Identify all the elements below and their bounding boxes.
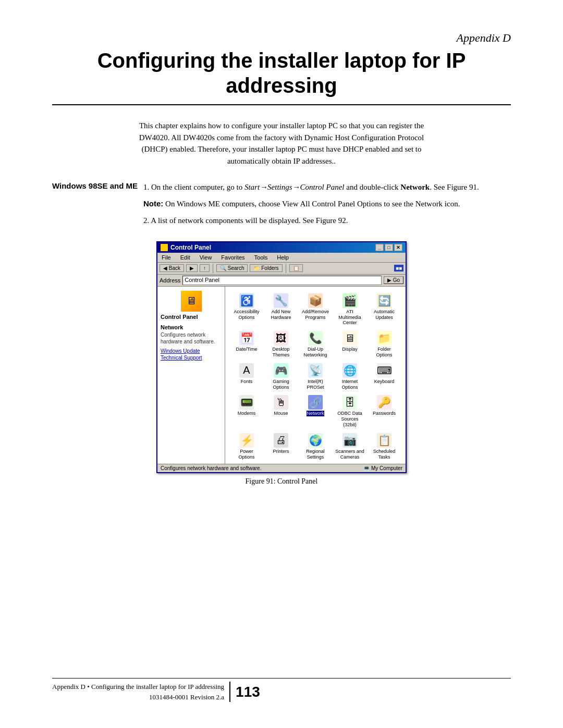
note-text: On Windows ME computers, choose View All… <box>163 200 460 208</box>
icon-item-1[interactable]: 🔧 Add NewHardware <box>265 292 297 327</box>
note-bold: Note: <box>143 199 163 208</box>
chapter-title: Configuring the installer laptop for IP … <box>52 48 511 98</box>
sidebar-link2[interactable]: Technical Support <box>161 355 222 361</box>
icon-item-18[interactable]: 🗄 ODBC DataSources (32bit) <box>334 393 366 429</box>
figure-container: Control Panel _ □ ✕ File Edit View Favor… <box>52 241 511 486</box>
up-button[interactable]: ↑ <box>200 264 210 272</box>
icon-item-3[interactable]: 🎬 ATI MultimediaCenter <box>334 292 366 327</box>
icon-item-0[interactable]: ♿ AccessibilityOptions <box>230 292 263 327</box>
icon-item-15[interactable]: 📟 Modems <box>230 393 263 429</box>
icon-label-7: Dial-UpNetworking <box>303 347 327 358</box>
icon-img-1: 🔧 <box>274 293 288 308</box>
menu-file[interactable]: File <box>160 254 173 261</box>
icon-item-24[interactable]: 📋 ScheduledTasks <box>368 431 400 462</box>
minimize-button[interactable]: _ <box>375 244 384 251</box>
page-container: Appendix D Configuring the installer lap… <box>0 0 563 728</box>
menu-favorites[interactable]: Favorites <box>219 254 247 261</box>
step1-end: . See Figure 91. <box>430 183 479 191</box>
icon-item-9[interactable]: 📁 Folder Options <box>368 329 400 360</box>
forward-button[interactable]: ▶ <box>186 264 198 272</box>
icon-item-4[interactable]: 🔄 AutomaticUpdates <box>368 292 400 327</box>
icon-label-6: DesktopThemes <box>272 347 289 358</box>
icon-item-5[interactable]: 📅 Date/Time <box>230 329 263 360</box>
win-sidebar: 🖥 Control Panel Network Configures netwo… <box>157 287 225 464</box>
icon-label-20: Power Options <box>232 449 261 460</box>
footer-right: Appendix D • Configuring the installer l… <box>52 682 260 702</box>
icon-img-17: 🔗 <box>308 395 323 410</box>
icon-img-9: 📁 <box>377 331 391 346</box>
icon-img-22: 🌍 <box>308 433 323 448</box>
go-button[interactable]: ▶ Go <box>384 276 403 284</box>
intro-text: This chapter explains how to configure y… <box>136 120 427 167</box>
icon-label-13: InternetOptions <box>341 379 358 390</box>
icon-item-23[interactable]: 📷 Scanners andCameras <box>334 431 366 462</box>
icon-item-16[interactable]: 🖱 Mouse <box>265 393 297 429</box>
address-value: Control Panel <box>185 277 219 283</box>
icon-item-19[interactable]: 🔑 Passwords <box>368 393 400 429</box>
icon-item-10[interactable]: A Fonts <box>230 362 263 392</box>
menu-edit[interactable]: Edit <box>178 254 192 261</box>
address-label: Address <box>160 277 180 283</box>
step1-bold: Network <box>400 183 430 191</box>
icon-img-16: 🖱 <box>274 395 288 410</box>
toolbar-separator2 <box>286 264 286 273</box>
icon-item-17[interactable]: 🔗 Network <box>299 393 332 429</box>
win-titlebar: Control Panel _ □ ✕ <box>157 242 406 253</box>
icon-label-24: ScheduledTasks <box>373 449 396 460</box>
maximize-button[interactable]: □ <box>385 244 393 251</box>
icon-img-8: 🖥 <box>342 331 357 346</box>
icon-item-2[interactable]: 📦 Add/RemovePrograms <box>299 292 332 327</box>
history-button[interactable]: 📋 <box>289 264 303 272</box>
back-button[interactable]: ◀ Back <box>160 264 184 272</box>
sidebar-icon: 🖥 <box>181 291 202 312</box>
icon-img-14: ⌨ <box>377 363 391 378</box>
menu-tools[interactable]: Tools <box>252 254 270 261</box>
icon-item-14[interactable]: ⌨ Keyboard <box>368 362 400 392</box>
icon-label-10: Fonts <box>241 379 253 385</box>
statusbar-right: 💻 My Computer <box>363 465 402 471</box>
sidebar-link1[interactable]: Windows Update <box>161 348 222 354</box>
footer-right-lines: Appendix D • Configuring the installer l… <box>52 682 230 702</box>
icon-item-8[interactable]: 🖥 Display <box>334 329 366 360</box>
icon-item-6[interactable]: 🖼 DesktopThemes <box>265 329 297 360</box>
footer-right-line2: 1031484-0001 Revision 2.a <box>52 692 224 702</box>
search-button[interactable]: 🔍 Search <box>216 264 248 272</box>
title-line2: addressing <box>226 74 337 97</box>
icon-label-22: RegionalSettings <box>306 449 325 460</box>
win-content: 🖥 Control Panel Network Configures netwo… <box>157 287 406 464</box>
icon-img-5: 📅 <box>239 331 254 346</box>
icon-item-12[interactable]: 📡 Intel(R)PROSet <box>299 362 332 392</box>
icon-label-3: ATI MultimediaCenter <box>335 309 364 326</box>
icon-img-6: 🖼 <box>274 331 288 346</box>
win-titlebar-left: Control Panel <box>161 244 211 251</box>
icon-label-1: Add NewHardware <box>271 309 291 320</box>
footer-right-line1: Appendix D • Configuring the installer l… <box>52 682 224 692</box>
icon-item-20[interactable]: ⚡ Power Options <box>230 431 263 462</box>
icon-label-0: AccessibilityOptions <box>234 309 259 320</box>
address-input[interactable]: Control Panel <box>182 276 382 285</box>
icon-label-19: Passwords <box>373 411 396 416</box>
title-line1: Configuring the installer laptop for IP <box>97 49 466 72</box>
icon-item-13[interactable]: 🌐 InternetOptions <box>334 362 366 392</box>
page-number: 113 <box>230 684 260 700</box>
menu-help[interactable]: Help <box>275 254 291 261</box>
step1-prefix: 1. On the client computer, go to <box>143 183 244 191</box>
icon-label-11: GamingOptions <box>273 379 289 390</box>
icon-item-11[interactable]: 🎮 GamingOptions <box>265 362 297 392</box>
toolbar-separator <box>213 264 213 273</box>
icon-item-22[interactable]: 🌍 RegionalSettings <box>299 431 332 462</box>
win-window: Control Panel _ □ ✕ File Edit View Favor… <box>156 241 407 473</box>
icon-item-7[interactable]: 📞 Dial-UpNetworking <box>299 329 332 360</box>
win-menubar: File Edit View Favorites Tools Help <box>157 253 406 263</box>
step1-italic: Start→Settings→Control Panel <box>244 183 345 191</box>
win-statusbar: Configures network hardware and software… <box>157 464 406 472</box>
icon-label-15: Modems <box>238 411 256 416</box>
icon-label-18: ODBC DataSources (32bit) <box>335 411 364 427</box>
icon-img-3: 🎬 <box>342 293 357 308</box>
folders-button[interactable]: 📁 Folders <box>250 264 282 272</box>
close-button[interactable]: ✕ <box>394 244 402 251</box>
icon-img-21: 🖨 <box>274 433 288 448</box>
menu-view[interactable]: View <box>198 254 214 261</box>
icon-item-21[interactable]: 🖨 Printers <box>265 431 297 462</box>
sidebar-title: Control Panel <box>161 314 222 320</box>
